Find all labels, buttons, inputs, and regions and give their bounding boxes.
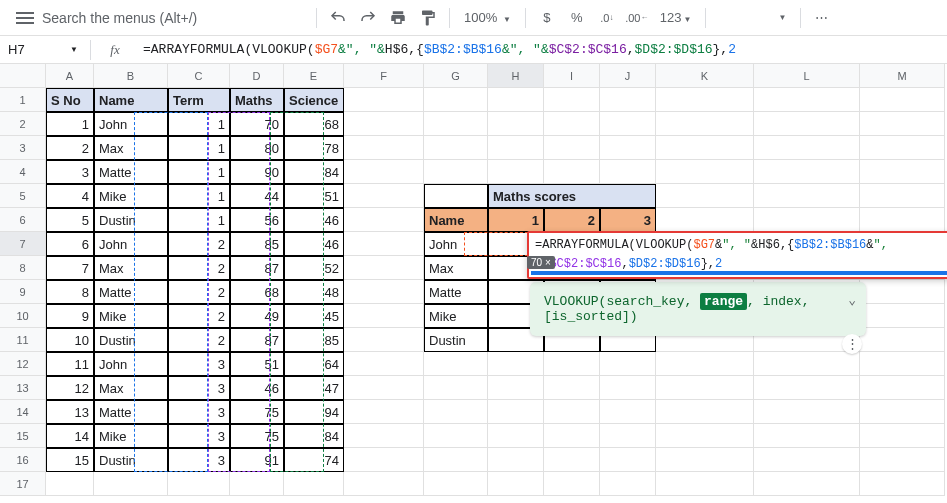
cell[interactable]: 3 bbox=[168, 400, 230, 424]
format-dropdown[interactable]: 123▼ bbox=[654, 10, 698, 25]
cell[interactable] bbox=[860, 472, 945, 496]
cell[interactable]: 3 bbox=[168, 352, 230, 376]
cell[interactable] bbox=[656, 400, 754, 424]
col-header-F[interactable]: F bbox=[344, 64, 424, 88]
cell[interactable] bbox=[488, 448, 544, 472]
zoom-dropdown[interactable]: 100% ▼ bbox=[458, 10, 517, 25]
cell[interactable]: 46 bbox=[284, 208, 344, 232]
cell[interactable]: 15 bbox=[46, 448, 94, 472]
cell[interactable]: Matte bbox=[424, 280, 488, 304]
cell[interactable]: 10 bbox=[46, 328, 94, 352]
cell[interactable] bbox=[754, 376, 860, 400]
cell[interactable]: 75 bbox=[230, 400, 284, 424]
cell[interactable]: 4 bbox=[46, 184, 94, 208]
cell[interactable]: 75 bbox=[230, 424, 284, 448]
cell[interactable] bbox=[754, 184, 860, 208]
cell[interactable]: 84 bbox=[284, 160, 344, 184]
paint-format-button[interactable] bbox=[415, 5, 441, 31]
row-header-4[interactable]: 4 bbox=[0, 160, 46, 184]
cell[interactable]: Dustin bbox=[94, 328, 168, 352]
cell[interactable]: 1 bbox=[168, 184, 230, 208]
row-header-15[interactable]: 15 bbox=[0, 424, 46, 448]
cell[interactable]: 1 bbox=[168, 208, 230, 232]
cell[interactable]: Max bbox=[424, 256, 488, 280]
cell[interactable] bbox=[424, 424, 488, 448]
col-header-A[interactable]: A bbox=[46, 64, 94, 88]
cell[interactable] bbox=[544, 112, 600, 136]
cell[interactable] bbox=[860, 136, 945, 160]
cell[interactable] bbox=[424, 376, 488, 400]
cell[interactable]: 80 bbox=[230, 136, 284, 160]
col-header-B[interactable]: B bbox=[94, 64, 168, 88]
cell[interactable]: Name bbox=[94, 88, 168, 112]
cell[interactable] bbox=[860, 328, 945, 352]
cell[interactable]: 90 bbox=[230, 160, 284, 184]
cell[interactable] bbox=[860, 424, 945, 448]
cell[interactable] bbox=[424, 88, 488, 112]
cell[interactable]: 1 bbox=[168, 160, 230, 184]
cell[interactable] bbox=[860, 112, 945, 136]
cell[interactable]: John bbox=[94, 232, 168, 256]
percent-button[interactable]: % bbox=[564, 5, 590, 31]
cell[interactable]: Term bbox=[168, 88, 230, 112]
row-header-5[interactable]: 5 bbox=[0, 184, 46, 208]
cell[interactable]: 91 bbox=[230, 448, 284, 472]
cell[interactable]: 48 bbox=[284, 280, 344, 304]
col-header-L[interactable]: L bbox=[754, 64, 860, 88]
cell[interactable]: 51 bbox=[230, 352, 284, 376]
cell[interactable]: 2 bbox=[46, 136, 94, 160]
cell[interactable] bbox=[600, 448, 656, 472]
cell[interactable]: Maths scores bbox=[488, 184, 656, 208]
cell[interactable] bbox=[344, 376, 424, 400]
cell[interactable] bbox=[344, 160, 424, 184]
cell[interactable]: Dustin bbox=[94, 208, 168, 232]
col-header-C[interactable]: C bbox=[168, 64, 230, 88]
cell[interactable] bbox=[544, 136, 600, 160]
cell[interactable]: 14 bbox=[46, 424, 94, 448]
cell[interactable]: Matte bbox=[94, 160, 168, 184]
cell[interactable] bbox=[754, 112, 860, 136]
cell[interactable]: 3 bbox=[168, 424, 230, 448]
cell[interactable] bbox=[544, 400, 600, 424]
cell[interactable] bbox=[344, 352, 424, 376]
cell[interactable] bbox=[656, 424, 754, 448]
row-header-10[interactable]: 10 bbox=[0, 304, 46, 328]
cell[interactable] bbox=[344, 136, 424, 160]
cell[interactable]: 2 bbox=[168, 232, 230, 256]
cell[interactable] bbox=[600, 424, 656, 448]
cell[interactable] bbox=[754, 448, 860, 472]
cell[interactable]: 2 bbox=[168, 328, 230, 352]
col-header-D[interactable]: D bbox=[230, 64, 284, 88]
cell[interactable]: 12 bbox=[46, 376, 94, 400]
cell[interactable] bbox=[424, 472, 488, 496]
cell[interactable]: Mike bbox=[424, 304, 488, 328]
formula-input[interactable]: =ARRAYFORMULA(VLOOKUP($G7&", "&H$6,{$B$2… bbox=[135, 42, 947, 57]
cell[interactable] bbox=[754, 160, 860, 184]
cell[interactable] bbox=[544, 376, 600, 400]
cell[interactable]: Mike bbox=[94, 184, 168, 208]
cell[interactable] bbox=[860, 352, 945, 376]
row-header-11[interactable]: 11 bbox=[0, 328, 46, 352]
print-button[interactable] bbox=[385, 5, 411, 31]
cell[interactable]: Max bbox=[94, 136, 168, 160]
col-header-G[interactable]: G bbox=[424, 64, 488, 88]
cell[interactable] bbox=[230, 472, 284, 496]
cell[interactable]: Science bbox=[284, 88, 344, 112]
cell[interactable]: 3 bbox=[46, 160, 94, 184]
cell[interactable]: 74 bbox=[284, 448, 344, 472]
cell[interactable]: 9 bbox=[46, 304, 94, 328]
cell[interactable]: 64 bbox=[284, 352, 344, 376]
cell[interactable]: Name bbox=[424, 208, 488, 232]
cell[interactable]: Max bbox=[94, 376, 168, 400]
font-dropdown[interactable]: ▼ bbox=[714, 13, 792, 22]
cell[interactable] bbox=[600, 160, 656, 184]
cell[interactable] bbox=[344, 304, 424, 328]
cell[interactable] bbox=[754, 424, 860, 448]
cell[interactable]: 44 bbox=[230, 184, 284, 208]
cell[interactable] bbox=[600, 400, 656, 424]
cell[interactable]: 5 bbox=[46, 208, 94, 232]
cell[interactable]: Mike bbox=[94, 304, 168, 328]
cell[interactable] bbox=[544, 448, 600, 472]
cell[interactable] bbox=[488, 400, 544, 424]
cell[interactable] bbox=[424, 136, 488, 160]
